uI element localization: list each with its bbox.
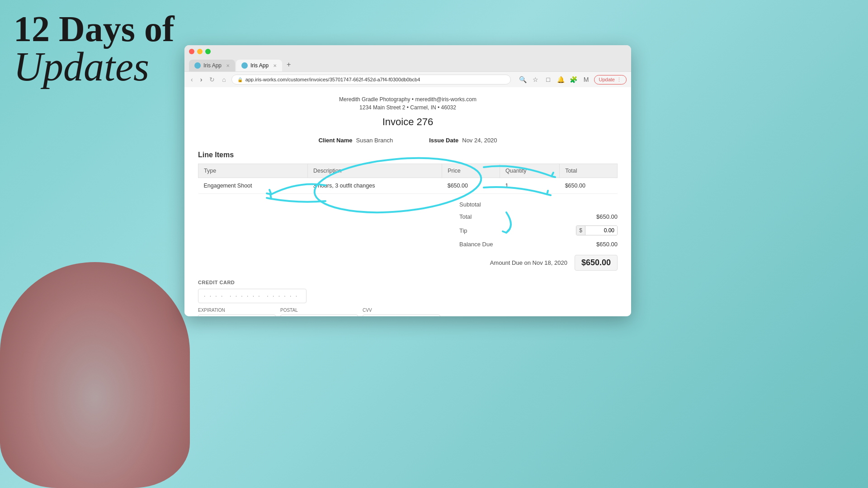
tab-2-close[interactable]: ✕ [273,63,277,68]
amount-due-value: $650.00 [575,255,618,271]
extension-icon-1[interactable]: □ [543,75,553,84]
search-icon[interactable]: 🔍 [518,75,528,84]
tip-dollar-sign: $ [576,226,585,235]
bullet-3: • [438,104,441,111]
refresh-button[interactable]: ↻ [208,75,217,84]
company-name: Meredith Gradle Photography [339,96,410,103]
traffic-light-green[interactable] [205,49,211,54]
postal-label: POSTAL [280,308,358,313]
totals-section: Subtotal Total $650.00 Tip $ Balance Due [198,198,618,271]
bookmark-icon[interactable]: ☆ [531,75,541,84]
browser-chrome: Iris App ✕ Iris App ✕ + [184,45,631,71]
lock-icon: 🔒 [237,77,243,82]
promo-line1: 12 Days of [14,9,175,49]
table-row: Engagement Shoot 3 hours, 3 outfit chang… [198,178,618,194]
issue-date-value: Nov 24, 2020 [462,137,497,144]
col-price: Price [442,164,500,178]
traffic-light-red[interactable] [189,49,194,54]
tip-label: Tip [459,227,467,234]
browser-actions: 🔍 ☆ □ 🔔 🧩 M Update ⋮ [518,75,627,84]
expiration-label: EXPIRATION [198,308,276,313]
postal-input[interactable] [280,314,358,316]
line-items-table: Type Description Price Quantity Total En… [198,164,618,194]
total-value: $650.00 [596,213,618,220]
col-quantity: Quantity [500,164,560,178]
row-description: 3 hours, 3 outfit changes [308,178,442,194]
profile-icon[interactable]: M [581,75,591,84]
company-city: Carmel, IN [410,104,436,111]
company-email: meredith@iris-works.com [415,96,476,103]
tip-input-wrapper[interactable]: $ [576,225,618,235]
tab-1-label: Iris App [203,62,222,69]
promo-line2: Updates [14,44,175,89]
total-label: Total [459,213,472,220]
subtotal-label: Subtotal [459,201,481,208]
client-name: Susan Branch [356,137,393,144]
line-items-title: Line Items [198,151,618,159]
company-address: 1234 Main Street 2 [359,104,405,111]
address-text: app.iris-works.com/customer/invoices/357… [245,77,420,82]
tab-1-close[interactable]: ✕ [226,63,230,68]
forward-button[interactable]: › [198,75,204,84]
tab-2[interactable]: Iris App ✕ [236,60,282,71]
invoice-title: Invoice 276 [198,116,618,128]
payment-fields-row: EXPIRATION POSTAL CVV [198,308,618,316]
client-meta: Client Name Susan Branch [318,137,393,144]
row-type: Engagement Shoot [198,178,308,194]
invoice-header: Meredith Gradle Photography • meredith@i… [198,96,618,128]
payment-section: CREDIT CARD EXPIRATION POSTAL CVV [198,280,618,316]
tip-row: Tip $ [459,223,618,238]
snow-globe-decoration [0,262,190,488]
credit-card-label: CREDIT CARD [198,280,618,285]
row-total: $650.00 [560,178,618,194]
balance-due-row: Balance Due $650.00 [459,238,618,250]
browser-content[interactable]: Meredith Gradle Photography • meredith@i… [184,87,631,316]
address-bar: ‹ › ↻ ⌂ 🔒 app.iris-works.com/customer/in… [184,71,631,87]
tab-2-icon [241,62,248,69]
traffic-lights [189,49,627,54]
tab-1-icon [194,62,201,69]
expiration-input[interactable] [198,314,276,316]
update-button[interactable]: Update ⋮ [594,75,627,84]
tabs-bar: Iris App ✕ Iris App ✕ + [189,58,627,71]
table-header-row: Type Description Price Quantity Total [198,164,618,178]
col-total: Total [560,164,618,178]
address-input[interactable]: 🔒 app.iris-works.com/customer/invoices/3… [231,75,511,84]
total-row: Total $650.00 [459,211,618,223]
postal-group: POSTAL [280,308,358,316]
issue-date-meta: Issue Date Nov 24, 2020 [429,137,497,144]
company-zip: 46032 [441,104,456,111]
balance-due-label: Balance Due [459,241,493,248]
update-menu-icon: ⋮ [617,77,622,83]
totals-table: Subtotal Total $650.00 Tip $ Balance Due [459,198,618,271]
row-quantity: 1 [500,178,560,194]
subtotal-row: Subtotal [459,198,618,211]
tab-1[interactable]: Iris App ✕ [189,60,235,71]
amount-due-section: Amount Due on Nov 18, 2020 $650.00 [459,255,618,271]
home-button[interactable]: ⌂ [220,75,227,84]
amount-due-label: Amount Due on Nov 18, 2020 [490,259,567,266]
balance-due-value: $650.00 [596,241,618,248]
back-button[interactable]: ‹ [189,75,195,84]
extension-icon-2[interactable]: 🔔 [556,75,566,84]
tab-2-label: Iris App [250,62,269,69]
col-description: Description [308,164,442,178]
company-info: Meredith Gradle Photography • meredith@i… [198,96,618,103]
company-address-line: 1234 Main Street 2 • Carmel, IN • 46032 [198,104,618,111]
extension-icon-3[interactable]: 🧩 [569,75,579,84]
tip-input[interactable] [585,226,617,235]
expiration-group: EXPIRATION [198,308,276,316]
row-price: $650.00 [442,178,500,194]
cvv-label: CVV [363,308,440,313]
update-label: Update [599,77,615,82]
issue-date-label: Issue Date [429,137,458,144]
promo-text-block: 12 Days of Updates [14,9,175,89]
col-type: Type [198,164,308,178]
new-tab-button[interactable]: + [283,58,294,71]
invoice-meta: Client Name Susan Branch Issue Date Nov … [198,137,618,144]
client-label: Client Name [318,137,352,144]
cvv-input[interactable] [363,314,440,316]
traffic-light-yellow[interactable] [197,49,203,54]
cvv-group: CVV [363,308,440,316]
card-number-input[interactable] [198,289,307,303]
